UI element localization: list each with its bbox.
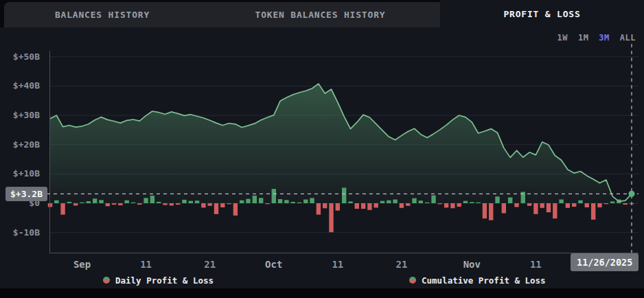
x-axis-day-label: 11	[140, 259, 152, 270]
y-axis-tick-label: $+50B	[0, 51, 40, 62]
legend-dot-icon	[103, 277, 110, 284]
legend-label: Cumulative Profit & Loss	[422, 275, 546, 286]
x-axis-day-label: 21	[395, 259, 407, 270]
y-axis-tick-label: $+20B	[0, 139, 40, 150]
y-axis-tick-label: $+40B	[0, 80, 40, 91]
current-value-badge: $+3.2B	[5, 187, 47, 201]
y-axis-tick-label: $+30B	[0, 110, 40, 121]
profit-loss-dashboard: BALANCES HISTORY TOKEN BALANCES HISTORY …	[0, 0, 644, 298]
footer-strip	[0, 288, 644, 298]
profit-loss-chart[interactable]	[0, 0, 644, 298]
legend-label: Daily Profit & Loss	[115, 275, 214, 286]
x-axis-day-label: 11	[530, 259, 542, 270]
y-axis-tick-label: $-10B	[0, 227, 40, 238]
x-axis-day-label: 11	[332, 259, 343, 270]
x-axis-month-label: Oct	[265, 259, 282, 270]
current-point-marker	[629, 191, 635, 197]
legend-item-cumulative[interactable]: Cumulative Profit & Loss	[409, 275, 546, 286]
legend-item-daily[interactable]: Daily Profit & Loss	[103, 275, 214, 286]
current-date-badge: 11/26/2025	[571, 253, 639, 271]
x-axis-month-label: Nov	[463, 259, 481, 270]
y-axis-tick-label: $+10B	[0, 168, 40, 179]
x-axis-month-label: Sep	[73, 259, 91, 270]
x-axis-day-label: 21	[204, 259, 216, 270]
legend-dot-icon	[409, 277, 416, 284]
